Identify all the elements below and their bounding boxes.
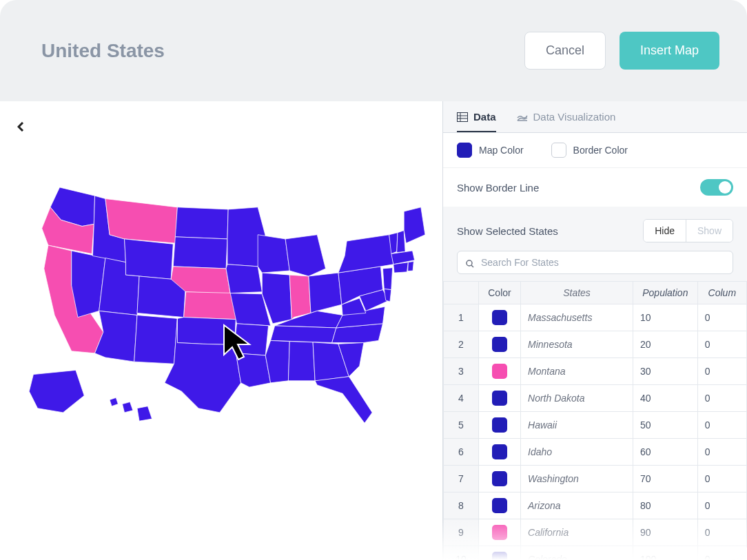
row-column[interactable]: 0 bbox=[697, 385, 746, 412]
row-population[interactable]: 30 bbox=[633, 358, 697, 385]
cancel-button[interactable]: Cancel bbox=[524, 32, 606, 70]
row-color-cell[interactable] bbox=[478, 492, 520, 519]
table-row[interactable]: 7Washington700 bbox=[444, 466, 747, 492]
table-row[interactable]: 5Hawaii500 bbox=[444, 412, 747, 439]
row-color-cell[interactable] bbox=[478, 385, 520, 412]
table-row[interactable]: 2Minnesota200 bbox=[444, 331, 747, 358]
hide-show-segment: Hide Show bbox=[643, 219, 733, 242]
row-state[interactable]: Massachusetts bbox=[521, 304, 633, 331]
header-population[interactable]: Population bbox=[633, 282, 697, 304]
row-population[interactable]: 50 bbox=[633, 412, 697, 439]
header-index bbox=[444, 282, 479, 304]
state-rhode-island[interactable] bbox=[408, 261, 414, 271]
row-column[interactable]: 0 bbox=[697, 519, 746, 546]
row-population[interactable]: 10 bbox=[633, 304, 697, 331]
row-index: 3 bbox=[444, 358, 479, 385]
tab-data-visualization[interactable]: Data Visualization bbox=[517, 111, 616, 132]
border-color-picker[interactable]: Border Color bbox=[551, 143, 628, 158]
table-row[interactable]: 3Montana300 bbox=[444, 358, 747, 385]
state-ohio[interactable] bbox=[309, 273, 342, 313]
row-state[interactable]: Colorado bbox=[521, 546, 633, 561]
row-population[interactable]: 20 bbox=[633, 331, 697, 358]
row-column[interactable]: 0 bbox=[697, 546, 746, 561]
row-column[interactable]: 0 bbox=[697, 331, 746, 358]
row-population[interactable]: 40 bbox=[633, 385, 697, 412]
state-arkansas[interactable] bbox=[234, 324, 268, 355]
state-hawaii[interactable] bbox=[110, 397, 152, 421]
color-swatch bbox=[492, 337, 507, 352]
state-maine[interactable] bbox=[404, 207, 425, 243]
row-column[interactable]: 0 bbox=[697, 412, 746, 439]
row-population[interactable]: 70 bbox=[633, 466, 697, 492]
row-population[interactable]: 60 bbox=[633, 439, 697, 466]
row-color-cell[interactable] bbox=[478, 466, 520, 492]
state-alaska[interactable] bbox=[29, 370, 84, 412]
state-new-york[interactable] bbox=[338, 235, 393, 273]
table-row[interactable]: 4North Dakota400 bbox=[444, 385, 747, 412]
row-column[interactable]: 0 bbox=[697, 358, 746, 385]
state-iowa[interactable] bbox=[226, 265, 262, 293]
color-options: Map Color Border Color bbox=[443, 133, 747, 167]
table-row[interactable]: 10Colorado1000 bbox=[444, 546, 747, 561]
row-color-cell[interactable] bbox=[478, 304, 520, 331]
header-states[interactable]: States bbox=[521, 282, 633, 304]
row-color-cell[interactable] bbox=[478, 519, 520, 546]
row-population[interactable]: 80 bbox=[633, 492, 697, 519]
map-color-label: Map Color bbox=[479, 145, 524, 156]
tab-viz-label: Data Visualization bbox=[533, 111, 616, 123]
state-new-jersey[interactable] bbox=[382, 268, 392, 290]
row-color-cell[interactable] bbox=[478, 358, 520, 385]
state-alabama[interactable] bbox=[288, 342, 315, 381]
row-column[interactable]: 0 bbox=[697, 466, 746, 492]
state-new-hampshire[interactable] bbox=[397, 231, 405, 253]
row-state[interactable]: Washington bbox=[521, 466, 633, 492]
state-indiana[interactable] bbox=[289, 275, 311, 320]
map-color-picker[interactable]: Map Color bbox=[457, 143, 524, 158]
show-button[interactable]: Show bbox=[686, 220, 733, 242]
color-swatch bbox=[492, 444, 507, 459]
show-border-toggle[interactable] bbox=[700, 179, 733, 196]
row-state[interactable]: Minnesota bbox=[521, 331, 633, 358]
state-tennessee[interactable] bbox=[271, 326, 336, 343]
row-color-cell[interactable] bbox=[478, 331, 520, 358]
row-column[interactable]: 0 bbox=[697, 439, 746, 466]
row-state[interactable]: North Dakota bbox=[521, 385, 633, 412]
state-north-dakota[interactable] bbox=[175, 207, 228, 239]
state-wisconsin[interactable] bbox=[258, 235, 289, 273]
table-row[interactable]: 8Arizona800 bbox=[444, 492, 747, 519]
row-color-cell[interactable] bbox=[478, 439, 520, 466]
table-row[interactable]: 6Idaho600 bbox=[444, 439, 747, 466]
tab-data[interactable]: Data bbox=[457, 111, 496, 132]
state-south-dakota[interactable] bbox=[173, 237, 227, 269]
state-new-mexico[interactable] bbox=[134, 315, 178, 364]
state-wyoming[interactable] bbox=[125, 239, 174, 279]
state-kansas[interactable] bbox=[184, 292, 237, 320]
row-column[interactable]: 0 bbox=[697, 304, 746, 331]
search-states-box[interactable] bbox=[457, 251, 733, 274]
header-column[interactable]: Colum bbox=[697, 282, 746, 304]
row-state[interactable]: Idaho bbox=[521, 439, 633, 466]
state-florida[interactable] bbox=[315, 377, 372, 424]
row-population[interactable]: 90 bbox=[633, 519, 697, 546]
insert-map-button[interactable]: Insert Map bbox=[620, 32, 719, 70]
row-color-cell[interactable] bbox=[478, 412, 520, 439]
state-connecticut[interactable] bbox=[393, 262, 409, 273]
row-column[interactable]: 0 bbox=[697, 492, 746, 519]
row-state[interactable]: Arizona bbox=[521, 492, 633, 519]
table-row[interactable]: 9California900 bbox=[444, 519, 747, 546]
row-index: 10 bbox=[444, 546, 479, 561]
hide-button[interactable]: Hide bbox=[644, 220, 686, 242]
us-map[interactable] bbox=[21, 184, 427, 441]
header-color[interactable]: Color bbox=[478, 282, 520, 304]
state-michigan[interactable] bbox=[285, 235, 325, 276]
state-oklahoma[interactable] bbox=[177, 318, 236, 345]
row-color-cell[interactable] bbox=[478, 546, 520, 561]
state-montana[interactable] bbox=[105, 199, 177, 244]
table-row[interactable]: 1Massachusetts100 bbox=[444, 304, 747, 331]
back-chevron-icon[interactable] bbox=[17, 122, 24, 134]
row-state[interactable]: Montana bbox=[521, 358, 633, 385]
row-population[interactable]: 100 bbox=[633, 546, 697, 561]
search-input[interactable] bbox=[481, 257, 724, 268]
row-state[interactable]: Hawaii bbox=[521, 412, 633, 439]
row-state[interactable]: California bbox=[521, 519, 633, 546]
